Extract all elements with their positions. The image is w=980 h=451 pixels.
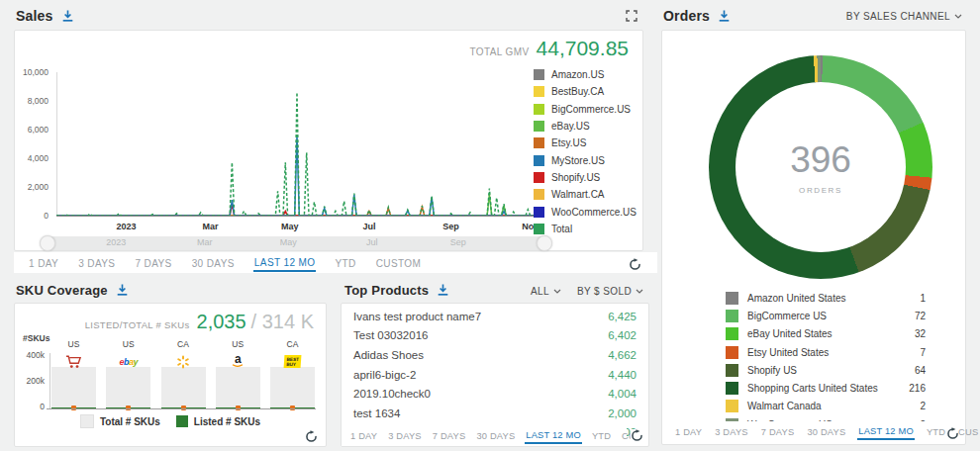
range-tab-cus[interactable]: CUS [957,424,979,439]
sku-bar-chart[interactable]: USUSebayCAUSaCABESTBUY [50,339,316,408]
legend-item[interactable]: WooCommerce.US [534,203,637,220]
product-row[interactable]: Ivans test product name76,425 [342,307,648,326]
download-icon[interactable] [117,284,128,296]
range-tab-1-day[interactable]: 1 DAY [349,428,378,443]
range-tab-ytd[interactable]: YTD [591,428,612,443]
legend-swatch [534,207,544,218]
product-name: Ivans test product name7 [353,311,481,322]
range-tab-7-days[interactable]: 7 DAYS [134,255,172,271]
legend-swatch [726,346,738,359]
range-tab-last-12-mo[interactable]: LAST 12 MO [525,427,582,444]
legend-swatch [726,400,738,412]
scrollbar-left-handle[interactable] [40,235,55,251]
range-tab-3-days[interactable]: 3 DAYS [77,255,116,271]
legend-item[interactable]: BigCommerce.US [534,101,637,118]
legend-label: Amazon United States [747,293,920,304]
refresh-icon[interactable] [305,430,318,443]
download-icon[interactable] [62,10,73,22]
scrollbar-right-handle[interactable] [537,235,552,251]
sku-stat-label: LISTED/TOTAL # SKUs [85,319,190,330]
orders-legend-item[interactable]: Etsy United States7 [726,343,926,361]
expand-icon[interactable] [626,10,637,22]
legend-item[interactable]: Shopify.US [534,169,637,186]
range-tab-1-day[interactable]: 1 DAY [28,255,59,271]
sales-channel-dropdown[interactable]: BY SALES CHANNEL [846,11,962,22]
orders-legend-item[interactable]: eBay United States32 [726,325,926,343]
legend-swatch [534,224,544,234]
total-skus-bar [216,367,260,408]
orders-legend-item[interactable]: Amazon United States1 [726,289,926,307]
legend-swatch [726,310,738,322]
orders-title: Orders [663,8,710,24]
sku-column-amazon[interactable]: USa [215,339,261,408]
legend-value: 1 [920,293,926,304]
sku-listed-value: 2,035 [197,311,246,333]
sort-by-dropdown[interactable]: BY $ SOLD [577,286,643,297]
range-tab-custom[interactable]: CUSTOM [375,255,423,271]
range-tab-1-day[interactable]: 1 DAY [674,424,703,439]
legend-item[interactable]: Total [534,221,637,237]
sales-line-chart[interactable] [56,72,538,218]
series-ebay-us [56,194,538,216]
download-icon[interactable] [719,10,730,22]
orders-donut-chart[interactable]: 396 ORDERS [709,55,932,279]
orders-legend-item[interactable]: Shopping Carts United States216 [726,379,926,397]
navigator-label: Sep [450,237,466,247]
orders-legend-item[interactable]: Shopify US64 [726,361,926,379]
orders-panel: Orders BY SALES CHANNEL 396 ORDERS Amazo… [653,2,974,449]
navigator-label: Jul [366,237,378,247]
refresh-icon[interactable] [629,258,641,271]
ebay-logo-icon: ebay [105,355,151,369]
range-tab-ytd[interactable]: YTD [334,255,356,271]
orders-legend-item[interactable]: BigCommerce US72 [726,307,926,324]
orders-donut-center: 396 ORDERS [735,82,906,252]
sku-column-walmart[interactable]: CA [160,339,207,408]
x-tick-label: May [281,222,299,231]
sku-column-mystore[interactable]: US [50,339,97,408]
range-tab-30-days[interactable]: 30 DAYS [806,424,846,439]
legend-label: Amazon.US [551,69,604,80]
product-row[interactable]: 2019.10check04,004 [342,384,648,404]
legend-label: Shopping Carts United States [747,383,909,394]
sales-chart-card: TOTAL GMV 44,709.85 10,0008,0006,0004,00… [14,30,643,251]
range-tab-3-days[interactable]: 3 DAYS [714,424,749,439]
range-tab-ytd[interactable]: YTD [926,424,946,439]
range-tab-30-days[interactable]: 30 DAYS [191,255,236,271]
range-tab-last-12-mo[interactable]: LAST 12 MO [857,423,915,440]
legend-value: 64 [915,365,926,376]
legend-swatch [534,121,544,132]
orders-legend-item[interactable]: Walmart Canada2 [726,398,926,415]
sku-stat: LISTED/TOTAL # SKUs 2,035 / 314 K [85,311,314,333]
range-tab-7-days[interactable]: 7 DAYS [760,424,796,439]
range-tab-last-12-mo[interactable]: LAST 12 MO [253,254,317,272]
product-row[interactable]: Adidas Shoes4,662 [342,345,648,365]
legend-item[interactable]: MyStore.US [534,151,637,168]
total-skus-bar [270,367,315,408]
chart-range-scrollbar[interactable]: 2023MarMayJulSep [43,236,549,250]
legend-item[interactable]: eBay.US [534,118,637,135]
series-etsy-us [56,207,538,216]
product-row[interactable]: test 16342,000 [342,404,648,423]
product-row[interactable]: april6-bigc-24,440 [342,365,648,385]
refresh-icon[interactable] [631,429,643,442]
legend-value: 32 [915,328,926,339]
legend-label: BigCommerce.US [551,104,631,115]
all-filter-dropdown[interactable]: ALL [531,286,561,297]
legend-swatch [534,137,544,148]
range-tab-30-days[interactable]: 30 DAYS [475,428,516,443]
range-tab-3-days[interactable]: 3 DAYS [387,428,423,443]
legend-item[interactable]: Walmart.CA [534,186,637,203]
legend-label: Walmart.CA [551,189,605,200]
legend-swatch [726,327,738,340]
sku-column-bestbuy[interactable]: CABESTBUY [269,339,316,408]
range-tab-7-days[interactable]: 7 DAYS [432,428,467,443]
legend-item[interactable]: BestBuy.CA [534,83,637,100]
sku-column-ebay[interactable]: USebay [105,339,151,408]
product-row[interactable]: Test 030320166,402 [342,326,648,346]
sku-region-label: US [105,339,151,351]
legend-item[interactable]: Amazon.US [534,66,637,83]
legend-item[interactable]: Etsy.US [534,135,637,151]
amazon-logo-icon: a [215,355,261,368]
refresh-icon[interactable] [946,427,959,440]
download-icon[interactable] [438,284,448,296]
